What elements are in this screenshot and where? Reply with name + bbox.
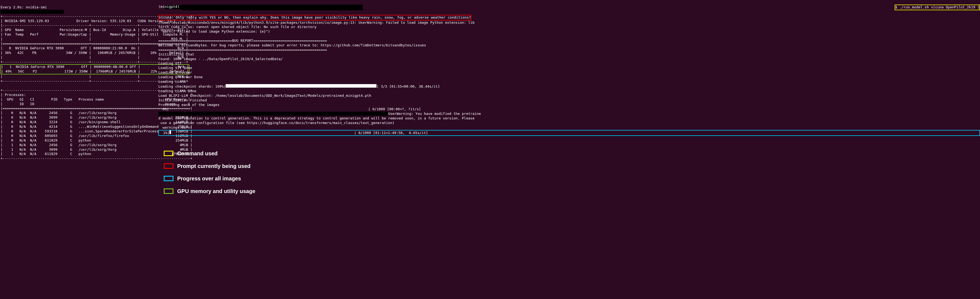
log-line: Loading VIT <box>158 61 181 66</box>
log-line: warnings.warn( <box>158 125 192 130</box>
legend-label: GPU memory and utility usage <box>177 188 255 195</box>
log-line: Load BLIP2-LLM Checkpoint: /home/lesslab… <box>158 94 371 98</box>
log-line: warn(f"Failed to load image Python exten… <box>158 29 270 34</box>
legend-row: GPU memory and utility usage <box>164 188 980 195</box>
log-line: Loading VIT Done <box>158 66 192 70</box>
log-line: Welcome to bitsandbytes. For bug reports… <box>158 43 426 47</box>
legend-swatch-yellow <box>164 151 173 156</box>
watch-header: Every 2.0s: nvidia-smi <box>0 5 47 9</box>
log-line: UserWarning: You have modified the pretr… <box>388 112 481 116</box>
progress-highlight: 1%|| 8/1000 [01:11<1:49:58, 6.65s/it] <box>158 130 980 136</box>
redacted-text: XXXXXXXXXXXXXXXXXXXXXXXXXXXXXXXXXXXXXXXX… <box>181 5 363 10</box>
legend-label: Prompt currently being used <box>177 163 250 169</box>
log-line: d model configuration to control generat… <box>158 116 474 120</box>
legend-row: Progress over all images <box>164 175 980 182</box>
legend-swatch-red <box>164 163 173 169</box>
redacted-text: XXXXXXXXXXXXXXXXXXXXXXXXXXXXXX <box>0 10 64 14</box>
log-line: /home/lesslab/miniconda3/envs/minigpt4/l… <box>158 21 474 24</box>
prompt-text: vicuna: Only reply with YES or NO, then … <box>159 15 471 19</box>
log-line: use a generation configuration file (see… <box>158 121 395 125</box>
log-line: Loading Q-Former <box>158 70 192 74</box>
log-line: ========================================… <box>158 48 327 52</box>
redacted-text: XXXXXXXXXXXXXXXXXXXXXXXXXXXXXXXXXXXXXXXX… <box>158 112 388 116</box>
prompt-highlight: vicuna: Only reply with YES or NO, then … <box>158 15 471 21</box>
command-highlight: $ ./run_model.sh vicuna OpenPilot_2k19 1 <box>895 5 980 10</box>
log-line: Processing each of the images <box>158 103 220 107</box>
left-pane-nvidia-smi: Every 2.0s: nvidia-smi XXXXXXXXXXXXXXXXX… <box>0 0 158 205</box>
log-line: ===================================BUG R… <box>158 38 327 43</box>
right-pane-model-output: (minigpt4) XXXXXXXXXXXXXXXXXXXXXXXXXXXXX… <box>158 0 980 205</box>
command-text: $ ./run_model.sh vicuna OpenPilot_2k19 1 <box>895 5 980 9</box>
conda-env: (minigpt4) <box>158 5 181 10</box>
legend-label: Progress over all images <box>177 175 241 182</box>
shards-line: Loading checkpoint shards: 100%|| 3/3 [0… <box>158 85 440 88</box>
legend-label: Command used <box>177 150 218 157</box>
log-line: Initializing Chat <box>158 52 194 56</box>
legend-swatch-cyan <box>164 176 173 181</box>
progress-0-line: 0%|| 0/1000 [00:00<?, ?it/s] <box>158 107 421 111</box>
legend-swatch-green <box>164 189 173 194</box>
log-line: Initialization Finished <box>158 98 207 102</box>
log-line: torch_cuda_cu.so: cannot open shared obj… <box>158 25 317 29</box>
log-line: Loading Q-Former Done <box>158 75 202 79</box>
log-line: Loading LLAMA Done <box>158 89 196 93</box>
log-line: Loading LLAMA <box>158 80 186 83</box>
legend-row: Command used <box>164 150 980 157</box>
legend-row: Prompt currently being used <box>164 163 980 169</box>
progress-bar-1pct <box>169 131 171 134</box>
legend: Command used Prompt currently being used… <box>164 146 980 200</box>
progress-bar-shards <box>226 84 377 88</box>
log-line: Found: 1000 images - ../Data/OpenPilot_2… <box>158 57 283 61</box>
